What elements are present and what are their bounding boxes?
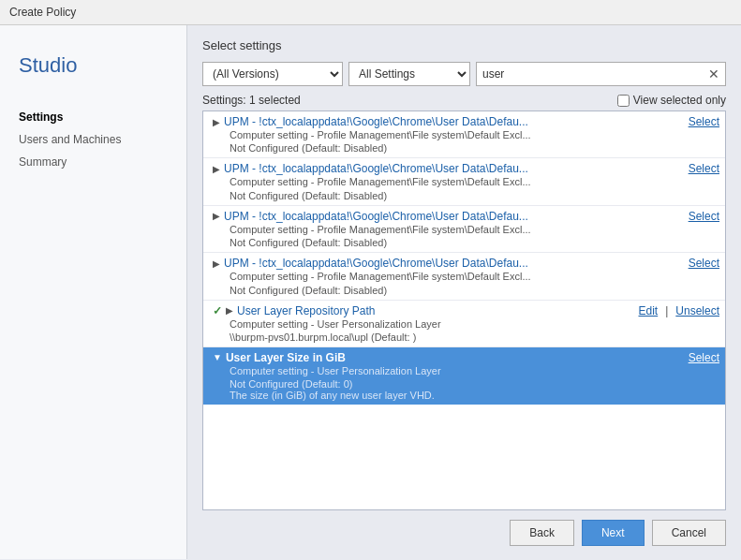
- list-item: ▶ UPM - !ctx_localappdata!\Google\Chrome…: [203, 111, 725, 158]
- item-name: User Layer Size in GiB: [226, 351, 346, 364]
- sidebar-item-users-machines[interactable]: Users and Machines: [19, 128, 168, 151]
- item-name: UPM - !ctx_localappdata!\Google\Chrome\U…: [224, 162, 528, 175]
- select-button[interactable]: Select: [689, 351, 719, 364]
- item-name: User Layer Repository Path: [237, 304, 375, 317]
- unselect-button[interactable]: Unselect: [675, 304, 719, 317]
- search-input[interactable]: [482, 67, 706, 81]
- expand-icon: ▶: [213, 211, 220, 221]
- item-sub: Computer setting - Profile Management\Fi…: [213, 270, 719, 284]
- item-sub: Computer setting - Profile Management\Fi…: [213, 223, 719, 237]
- select-button[interactable]: Select: [689, 257, 719, 270]
- not-configured: Not Configured (Default: 0): [213, 378, 719, 390]
- item-name: UPM - !ctx_localappdata!\Google\Chrome\U…: [224, 210, 528, 223]
- content-panel: Select settings (All Versions) All Setti…: [187, 25, 741, 559]
- title-bar: Create Policy: [0, 0, 741, 25]
- expand-icon: ▶: [213, 117, 220, 127]
- sidebar-item-settings[interactable]: Settings: [19, 106, 168, 128]
- select-button[interactable]: Select: [689, 210, 719, 223]
- next-button[interactable]: Next: [582, 520, 645, 546]
- view-selected-label[interactable]: View selected only: [617, 94, 726, 107]
- search-clear-button[interactable]: ✕: [706, 67, 721, 81]
- footer: Back Next Cancel: [202, 510, 726, 546]
- expand-icon: ▶: [226, 305, 233, 316]
- sidebar-nav: Settings Users and Machines Summary: [19, 106, 168, 173]
- filters-row: (All Versions) All Settings ✕: [202, 62, 726, 86]
- sidebar-item-summary[interactable]: Summary: [19, 151, 168, 173]
- view-selected-checkbox[interactable]: [617, 95, 630, 107]
- list-item-selected: ▼ User Layer Size in GiB Select Computer…: [203, 347, 725, 405]
- item-default: \\burpm-pvs01.burpm.local\upl (Default: …: [213, 332, 719, 343]
- item-actions: Edit | Unselect: [639, 304, 720, 317]
- not-configured: Not Configured (Default: Disabled): [213, 142, 719, 154]
- item-sub: Computer setting - Profile Management\Fi…: [213, 128, 719, 142]
- settings-count: Settings: 1 selected: [202, 94, 301, 107]
- item-name: UPM - !ctx_localappdata!\Google\Chrome\U…: [224, 115, 528, 128]
- item-sub: Computer setting - User Personalization …: [213, 317, 719, 332]
- not-configured: Not Configured (Default: Disabled): [213, 190, 719, 201]
- sidebar: Studio Settings Users and Machines Summa…: [0, 25, 187, 559]
- item-description: The size (in GiB) of any new user layer …: [213, 390, 719, 401]
- item-name: UPM - !ctx_localappdata!\Google\Chrome\U…: [224, 257, 528, 270]
- item-sub: Computer setting - User Personalization …: [213, 364, 719, 378]
- versions-filter[interactable]: (All Versions): [202, 62, 343, 86]
- back-button[interactable]: Back: [510, 520, 574, 546]
- sidebar-title: Studio: [19, 53, 168, 78]
- expand-icon: ▶: [213, 258, 220, 269]
- list-item: ▶ UPM - !ctx_localappdata!\Google\Chrome…: [203, 253, 725, 300]
- settings-filter[interactable]: All Settings: [348, 62, 470, 86]
- expand-icon: ▶: [213, 164, 220, 174]
- not-configured: Not Configured (Default: Disabled): [213, 237, 719, 248]
- list-item: ✓ ▶ User Layer Repository Path Edit | Un…: [203, 301, 725, 347]
- list-item: ▶ UPM - !ctx_localappdata!\Google\Chrome…: [203, 206, 725, 253]
- select-button[interactable]: Select: [689, 162, 719, 175]
- search-box: ✕: [476, 62, 726, 86]
- cancel-button[interactable]: Cancel: [652, 520, 726, 546]
- expand-icon: ▼: [213, 352, 222, 362]
- settings-list: ▶ UPM - !ctx_localappdata!\Google\Chrome…: [202, 111, 726, 510]
- edit-button[interactable]: Edit: [639, 304, 659, 317]
- section-title: Select settings: [202, 38, 726, 52]
- list-item: ▶ UPM - !ctx_localappdata!\Google\Chrome…: [203, 158, 725, 205]
- not-configured: Not Configured (Default: Disabled): [213, 285, 719, 296]
- checkmark-icon: ✓: [213, 304, 222, 317]
- select-button[interactable]: Select: [689, 115, 719, 128]
- settings-info-row: Settings: 1 selected View selected only: [202, 94, 726, 107]
- item-sub: Computer setting - Profile Management\Fi…: [213, 175, 719, 189]
- title-label: Create Policy: [9, 6, 76, 19]
